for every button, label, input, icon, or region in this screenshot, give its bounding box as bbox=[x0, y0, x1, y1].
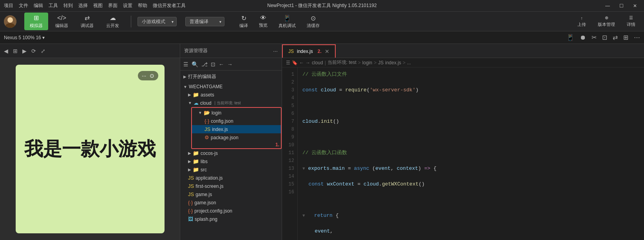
menu-edit[interactable]: 编辑 bbox=[34, 2, 43, 9]
tab-js-icon: JS bbox=[288, 49, 294, 54]
device-icon[interactable]: 📱 bbox=[566, 34, 574, 41]
version-mgr-button[interactable]: ⊕ 版本管理 bbox=[593, 14, 620, 29]
breadcrumb-back-icon[interactable]: ← bbox=[299, 60, 304, 65]
connection-icon[interactable]: ⇄ bbox=[613, 34, 618, 41]
device-info[interactable]: Nexus 5 100% 16 ▾ bbox=[4, 35, 45, 40]
tree-item-package-json[interactable]: ⚙ package.json bbox=[192, 133, 281, 142]
explorer-forward-icon[interactable]: → bbox=[227, 61, 233, 67]
editor-body: 1 2 3 4 5 6 7 8 9 10 11 12 13 14 15 16 /… bbox=[282, 67, 644, 240]
editor-tabs: JS index.js 2. ✕ bbox=[282, 44, 644, 58]
tree-item-src[interactable]: ▶ 📁 src bbox=[183, 165, 282, 174]
menu-help[interactable]: 帮助 bbox=[138, 2, 147, 9]
prev-device-button[interactable]: ◀ bbox=[4, 48, 8, 54]
breadcrumb-forward-icon[interactable]: → bbox=[306, 60, 310, 65]
explorer-split-icon[interactable]: ⊡ bbox=[211, 61, 215, 67]
compile-select-wrapper[interactable]: 普通编译 自定义编译 bbox=[185, 17, 224, 26]
detail-label: 详情 bbox=[627, 22, 635, 27]
compile-button[interactable]: ↻ 编译 bbox=[235, 13, 253, 30]
cloud-button[interactable]: ☁ 云开发 bbox=[101, 13, 125, 30]
tab-index-js[interactable]: JS index.js 2. ✕ bbox=[282, 44, 336, 58]
menu-bar[interactable]: 项目 文件 编辑 工具 转到 选择 视图 界面 设置 帮助 微信开发者工具 bbox=[4, 2, 186, 9]
wechatgame-header[interactable]: ▼ WECHATGAME bbox=[180, 83, 282, 91]
remote-debug-button[interactable]: 📱 真机调试 bbox=[274, 13, 300, 30]
phone-camera-button[interactable]: ⊙ bbox=[150, 73, 154, 79]
open-editors-chevron: ▶ bbox=[183, 75, 186, 79]
explorer-search-icon[interactable]: 🔍 bbox=[192, 61, 198, 67]
tab-close-button[interactable]: ✕ bbox=[325, 48, 329, 55]
debugger-button[interactable]: ⇄ 调试器 bbox=[75, 13, 99, 30]
clear-cache-button[interactable]: ⊙ 清缓存 bbox=[302, 13, 324, 30]
tree-item-cocos-js[interactable]: ▶ 📁 cocos-js bbox=[183, 149, 282, 157]
explorer-back-icon[interactable]: ← bbox=[219, 61, 224, 67]
login-label: login bbox=[212, 110, 221, 116]
fullscreen-device-button[interactable]: ⤢ bbox=[41, 48, 45, 54]
open-editors-header[interactable]: ▶ 打开的编辑器 bbox=[180, 72, 282, 81]
tree-item-application-js[interactable]: JS application.js bbox=[183, 174, 282, 182]
project-config-json-icon: {·} bbox=[188, 208, 193, 214]
preview-button[interactable]: 👁 预览 bbox=[254, 13, 272, 29]
tree-item-project-config-json[interactable]: {·} project.config.json bbox=[183, 207, 282, 215]
menu-goto[interactable]: 转到 bbox=[63, 2, 73, 9]
preview-content: ··· ⊙ 我是一款小游戏 bbox=[0, 58, 180, 240]
menu-tools[interactable]: 工具 bbox=[49, 2, 58, 9]
code-content[interactable]: // 云函数入口文件 const cloud = require('wx-ser… bbox=[298, 67, 644, 240]
editor-label: 编辑器 bbox=[55, 23, 68, 29]
tree-item-game-json[interactable]: {·} game.json bbox=[183, 198, 282, 207]
tree-item-login[interactable]: ▼ 📂 login bbox=[192, 109, 281, 117]
libs-label: libs bbox=[201, 159, 208, 164]
window-icon[interactable]: ⊡ bbox=[602, 34, 607, 41]
minimize-button[interactable]: — bbox=[602, 2, 613, 9]
explorer-more-icon[interactable]: ··· bbox=[273, 48, 278, 54]
preview-icon: 👁 bbox=[260, 15, 266, 22]
tree-item-game-js[interactable]: JS game.js bbox=[183, 190, 282, 198]
libs-folder-icon: 📁 bbox=[193, 158, 199, 164]
home-device-button[interactable]: ⊞ bbox=[13, 48, 18, 54]
mode-select[interactable]: 小游戏模式 小程序模式 bbox=[137, 17, 177, 26]
tree-item-config-json[interactable]: {·} config.json bbox=[192, 117, 281, 125]
menu-wechat-devtools[interactable]: 微信开发者工具 bbox=[153, 2, 186, 9]
editor-button[interactable]: </> 编辑器 bbox=[50, 13, 74, 30]
cocos-chevron: ▶ bbox=[188, 151, 191, 155]
mode-select-wrapper[interactable]: 小游戏模式 小程序模式 bbox=[137, 17, 177, 26]
split-icon[interactable]: ⊞ bbox=[623, 34, 628, 41]
window-controls[interactable]: — ☐ ✕ bbox=[602, 2, 640, 9]
tree-item-first-screen-js[interactable]: JS first-screen.js bbox=[183, 182, 282, 190]
code-line-9 bbox=[302, 196, 639, 204]
phone-controls[interactable]: ··· ⊙ bbox=[138, 71, 158, 80]
maximize-button[interactable]: ☐ bbox=[616, 2, 627, 9]
breadcrumb-sep-2: > bbox=[358, 60, 361, 65]
menu-view[interactable]: 视图 bbox=[93, 2, 103, 9]
tree-item-libs[interactable]: ▶ 📁 libs bbox=[183, 157, 282, 165]
avatar[interactable] bbox=[4, 15, 16, 28]
game-json-label: game.json bbox=[194, 200, 216, 205]
close-button[interactable]: ✕ bbox=[630, 2, 640, 9]
simulator-button[interactable]: ⊞ 模拟器 bbox=[24, 13, 48, 30]
compile-select[interactable]: 普通编译 自定义编译 bbox=[185, 17, 224, 26]
record-icon[interactable]: ⏺ bbox=[580, 34, 586, 41]
menu-settings[interactable]: 设置 bbox=[123, 2, 132, 9]
game-js-icon: JS bbox=[188, 191, 194, 197]
explorer-list-icon[interactable]: ☰ bbox=[183, 61, 188, 67]
code-line-7: ▼ exports.main = async (event, context) … bbox=[302, 165, 639, 173]
cloud-env-tag: | 当前环境: test bbox=[215, 100, 241, 106]
menu-interface[interactable]: 界面 bbox=[108, 2, 118, 9]
menu-select[interactable]: 选择 bbox=[78, 2, 88, 9]
detail-button[interactable]: ☰ 详情 bbox=[622, 14, 640, 29]
line-numbers: 1 2 3 4 5 6 7 8 9 10 11 12 13 14 15 16 bbox=[282, 67, 298, 240]
menu-project[interactable]: 项目 bbox=[4, 2, 13, 9]
next-device-button[interactable]: ▶ bbox=[22, 48, 27, 54]
rotate-device-button[interactable]: ⟳ bbox=[31, 48, 36, 54]
breadcrumb-bookmark-icon: 🔖 bbox=[292, 60, 298, 65]
more-icon[interactable]: ⋯ bbox=[634, 34, 640, 41]
menu-file[interactable]: 文件 bbox=[19, 2, 28, 9]
tree-item-index-js[interactable]: JS index.js bbox=[192, 125, 281, 133]
phone-menu-button[interactable]: ··· bbox=[142, 73, 147, 79]
breadcrumb-login: login bbox=[362, 60, 372, 65]
explorer-branch-icon[interactable]: ⎇ bbox=[201, 61, 208, 67]
tree-item-cloud[interactable]: ▼ ☁ cloud | 当前环境: test bbox=[183, 99, 282, 107]
remote-debug-label: 真机调试 bbox=[279, 23, 296, 29]
tree-item-assets[interactable]: ▶ 📁 assets bbox=[183, 91, 282, 99]
upload-button[interactable]: ↑ 上传 bbox=[573, 14, 591, 29]
screenshot-icon[interactable]: ✂ bbox=[592, 34, 597, 41]
tree-item-splash-png[interactable]: 🖼 splash.png bbox=[183, 215, 282, 223]
